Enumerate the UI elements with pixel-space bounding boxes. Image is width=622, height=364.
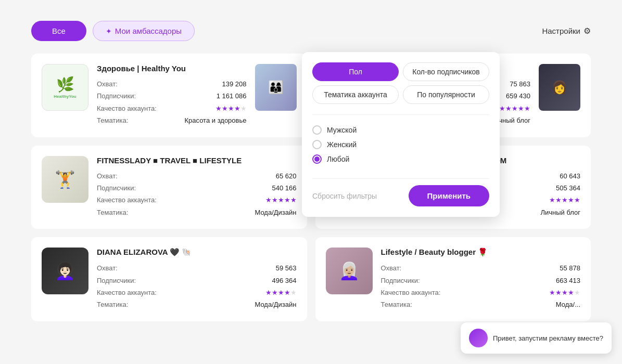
main-container: Все ✦ Мои амбассадоры Настройки ⚙ 🌿 Heal… [0,0,622,342]
all-button[interactable]: Все [31,21,86,41]
card-info-beauty: Lifestyle / Beauty blogger 🌹 Охват: 55 8… [381,248,581,311]
radio-label-any: Любой [327,155,349,163]
card-info-diana: DIANA ELIZAROVA 🖤 🐚 Охват: 59 563 Подпис… [97,248,297,311]
ambassadors-button[interactable]: ✦ Мои амбассадоры [93,21,195,41]
gender-radio-group: Мужской Женский Любой [312,121,489,172]
chat-bubble[interactable]: Привет, запустим рекламу вместе? [461,322,612,354]
topic-row: Тематика: Красота и здоровье [97,114,247,126]
filter-tab-popular[interactable]: По популярности [403,85,489,104]
radio-circle-male [312,125,322,135]
card-name-diana: DIANA ELIZAROVA 🖤 🐚 [97,248,297,257]
card-beauty: 👩🏼‍🦳 Lifestyle / Beauty blogger 🌹 Охват:… [315,237,591,321]
radio-any[interactable]: Любой [312,154,489,164]
healthyyou-logo-text: HealthyYou [54,94,76,99]
radio-dot-any [314,157,320,162]
filter-panel: Пол Кол-во подписчиков Тематика аккаунта… [302,52,500,217]
quality-label: Качество аккаунта: [97,102,157,114]
avatar-diana: 👩🏻‍🦱 [42,248,88,294]
toolbar: Все ✦ Мои амбассадоры Настройки ⚙ [31,21,591,41]
healthyyou-leaf-icon: 🌿 [56,76,74,93]
card-photo-anyuta: 👩 [539,64,580,111]
filter-actions: Сбросить фильтры Применить [312,185,489,206]
filter-tab-subscribers[interactable]: Кол-во подписчиков [403,62,489,81]
subs-value: 1 161 086 [217,90,247,102]
filter-tab-gender[interactable]: Пол [312,62,399,81]
card-stats-beauty: Охват: 55 878 Подписчики: 663 413 Качест… [381,262,581,311]
radio-circle-any [312,154,322,164]
settings-button[interactable]: Настройки ⚙ [542,26,591,36]
card-info-healthyyou: Здоровье | Healthy You Охват: 139 208 По… [97,64,247,127]
card-healthyyou: 🌿 HealthyYou Здоровье | Healthy You Охва… [31,54,307,137]
avatar-fitnesslady: 🏋️ [42,156,88,203]
subs-row: Подписчики: 1 161 086 [97,90,247,102]
card-name-fitnesslady: FITNESSLADY ■ TRAVEL ■ LIFESTYLE [97,156,297,165]
reach-row: Охват: 139 208 [97,78,247,90]
avatar-healthyyou: 🌿 HealthyYou [42,64,88,111]
card-name-beauty: Lifestyle / Beauty blogger 🌹 [381,248,581,257]
radio-male[interactable]: Мужской [312,125,489,135]
avatar-beauty: 👩🏼‍🦳 [326,248,373,294]
card-row-3: 👩🏻‍🦱 DIANA ELIZAROVA 🖤 🐚 Охват: 59 563 П… [31,237,591,321]
card-photo-healthyyou: 👨‍👩‍👦 [255,64,297,111]
card-name-healthyyou: Здоровье | Healthy You [97,64,247,73]
subs-value-2: 659 430 [506,90,530,102]
reach-label: Охват: [97,78,118,90]
filter-tabs: Пол Кол-во подписчиков Тематика аккаунта… [312,62,489,104]
photo-woman-img: 👩 [539,64,580,111]
reach-value-2: 75 863 [510,78,530,90]
radio-female[interactable]: Женский [312,140,489,149]
card-info-fitnesslady: FITNESSLADY ■ TRAVEL ■ LIFESTYLE Охват: … [97,156,297,219]
quality-stars: ★★★★★ [215,102,247,114]
photo-family-img: 👨‍👩‍👦 [255,64,297,111]
card-stats-diana: Охват: 59 563 Подписчики: 496 364 Качест… [97,262,297,311]
ambassadors-label: Мои амбассадоры [115,27,182,35]
reach-value: 139 208 [222,78,247,90]
toolbar-left: Все ✦ Мои амбассадоры [31,21,195,41]
filter-tab-topic[interactable]: Тематика аккаунта [312,85,399,104]
star-icon: ✦ [106,27,112,35]
topic-label: Тематика: [97,114,128,126]
chat-avatar [469,329,488,347]
radio-label-male: Мужской [327,126,357,134]
card-diana: 👩🏻‍🦱 DIANA ELIZAROVA 🖤 🐚 Охват: 59 563 П… [31,237,307,321]
quality-row: Качество аккаунта: ★★★★★ [97,102,247,114]
settings-icon: ⚙ [583,26,591,36]
chat-text: Привет, запустим рекламу вместе? [493,334,603,342]
reset-button[interactable]: Сбросить фильтры [312,192,377,200]
topic-value: Красота и здоровье [184,114,246,126]
filter-divider-2 [312,178,489,179]
radio-circle-female [312,140,322,149]
subs-label: Подписчики: [97,90,136,102]
quality-stars-2: ★★★★★ [499,102,530,114]
card-stats-healthyyou: Охват: 139 208 Подписчики: 1 161 086 Кач… [97,78,247,127]
apply-button[interactable]: Применить [409,185,489,206]
settings-label: Настройки [542,27,580,35]
radio-label-female: Женский [327,140,357,149]
card-stats-fitnesslady: Охват: 65 620 Подписчики: 540 166 Качест… [97,170,297,219]
filter-divider [312,114,489,115]
card-fitnesslady: 🏋️ FITNESSLADY ■ TRAVEL ■ LIFESTYLE Охва… [31,146,307,229]
